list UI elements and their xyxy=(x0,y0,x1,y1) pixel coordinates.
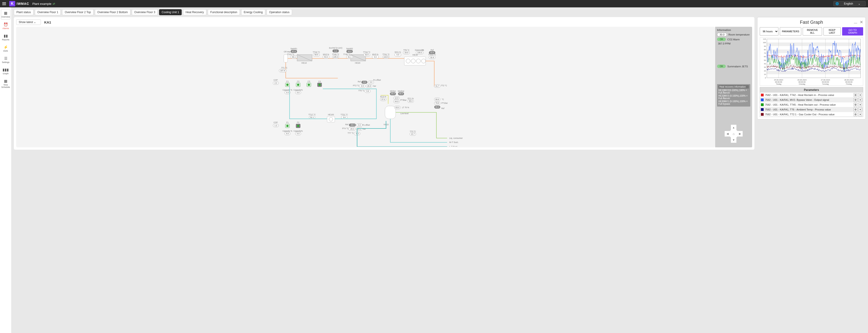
tab-overview-floor-3[interactable]: Overview Floor 3 xyxy=(132,9,158,15)
svg-text:TT5 °C: TT5 °C xyxy=(358,90,365,92)
svg-text:MV2 %: MV2 % xyxy=(323,53,329,56)
svg-text:-8.5: -8.5 xyxy=(361,85,364,87)
svg-text:107.9: 107.9 xyxy=(280,69,285,72)
param-row: 7582 - U01 - KA/FA1, MV2- Bypass Valve -… xyxy=(760,97,863,102)
param-row: 7582 - U01 - KA/FA1, TT42 - Heat Reclaim… xyxy=(760,93,863,97)
dpad-up[interactable]: ▲ xyxy=(731,125,736,130)
tab-energy-cooling[interactable]: Energy Cooling xyxy=(241,9,265,15)
svg-text:00:00:00: 00:00:00 xyxy=(822,81,829,83)
gear-icon[interactable]: ⚙ xyxy=(854,112,857,116)
svg-text:-28.3: -28.3 xyxy=(350,128,354,130)
gear-icon[interactable]: ⚙ xyxy=(854,98,857,102)
svg-text:TT2:1 °C: TT2:1 °C xyxy=(428,54,436,56)
menu-icon[interactable] xyxy=(2,2,6,5)
sidebar-item-settings[interactable]: ☰Settings xyxy=(0,55,11,65)
svg-point-68 xyxy=(286,84,288,86)
svg-text:PT2 °C: PT2 °C xyxy=(353,85,359,87)
nav-dpad: ▲ ▼ ◀ ▶ ⌂ xyxy=(725,125,743,143)
tab-overview-floor-1[interactable]: Overview Floor 1 xyxy=(35,9,61,15)
tab-operation-status[interactable]: Operation status xyxy=(267,9,292,15)
svg-text:35.0: 35.0 xyxy=(391,93,395,95)
gear-icon[interactable]: ⚙ xyxy=(854,103,857,106)
svg-text:TT21 °C: TT21 °C xyxy=(341,113,348,116)
timerange-select[interactable]: 96 hours xyxy=(760,27,778,35)
language-select[interactable]: 🌐 English ⌄ xyxy=(833,1,866,6)
svg-text:105.0: 105.0 xyxy=(333,56,338,58)
tab-plant-status[interactable]: Plant status xyxy=(14,9,33,15)
show-latest-select[interactable]: Show latest ⌄ xyxy=(16,20,41,25)
remove-param-icon[interactable]: ✕ xyxy=(858,108,862,111)
plant-name[interactable]: Plant example ⇄ xyxy=(32,2,55,5)
svg-text:70: 70 xyxy=(764,52,766,54)
summa-label: Summalarm JETS xyxy=(727,65,748,68)
svg-text:3.6: 3.6 xyxy=(343,116,346,119)
svg-text:100.0: 100.0 xyxy=(417,52,422,54)
svg-text:F2: F2 xyxy=(297,121,300,124)
process-diagram[interactable]: Oil-sep. HE10 HE20 xyxy=(16,27,715,147)
tab-overview-floor-2-bottom[interactable]: Overview Floor 2 Bottom xyxy=(95,9,130,15)
svg-text:0.0: 0.0 xyxy=(374,56,377,58)
remove-param-icon[interactable]: ✕ xyxy=(858,93,862,97)
svg-text:MV1 %: MV1 % xyxy=(395,51,401,53)
svg-text:27.06.2024: 27.06.2024 xyxy=(821,79,830,81)
svg-text:TT41 °C: TT41 °C xyxy=(382,53,390,56)
sidebar-item-graph[interactable]: ▮▮▮Graph xyxy=(0,66,11,76)
svg-text:C2: C2 xyxy=(297,80,300,82)
sidebar-item-time[interactable]: ▦Time Schedule xyxy=(0,77,11,90)
tab-heat-recovery[interactable]: Heat Recovery xyxy=(183,9,206,15)
svg-text:00:00:00: 00:00:00 xyxy=(799,81,806,83)
minimize-icon[interactable]: — xyxy=(854,21,857,25)
svg-text:C1: C1 xyxy=(286,80,289,82)
diagram-title: KA1 xyxy=(44,20,51,24)
keep-last-button[interactable]: KEEP LAST xyxy=(824,27,841,35)
remove-all-button[interactable]: REMOVE ALL xyxy=(803,27,822,35)
svg-text:0.0: 0.0 xyxy=(286,91,289,94)
svg-rect-102 xyxy=(385,106,396,119)
dpad-home[interactable]: ⌂ xyxy=(730,130,737,137)
fastgraph-chart[interactable]: 010203040506070809010011025.06.202400:00… xyxy=(760,37,863,86)
sidebar-item-overview[interactable]: ▦Overview xyxy=(1,9,10,20)
svg-text:TT45 °C: TT45 °C xyxy=(332,53,339,56)
remove-param-icon[interactable]: ✕ xyxy=(858,112,862,116)
svg-text:10: 10 xyxy=(764,73,766,75)
svg-text:TT3 °C: TT3 °C xyxy=(410,130,416,133)
svg-point-77 xyxy=(318,84,321,86)
gear-icon[interactable]: ⚙ xyxy=(854,93,857,97)
dpad-down[interactable]: ▼ xyxy=(731,137,736,143)
gear-icon[interactable]: ⚙ xyxy=(854,108,857,111)
param-label: 7582 - U01 - KA/FA1, TT2:1 - Gas Cooler … xyxy=(765,113,835,116)
svg-text:Capacity %: Capacity % xyxy=(283,89,292,91)
svg-text:Ref: Ref xyxy=(431,49,434,51)
svg-text:MV3 %: MV3 % xyxy=(372,53,378,56)
brand-logo[interactable]: K IWMAC xyxy=(9,1,29,6)
close-icon[interactable]: ✕ xyxy=(860,20,863,25)
svg-text:78.8: 78.8 xyxy=(435,102,439,104)
param-label: 7582 - U01 - KA/FA1, TT45 - Heat Reclaim… xyxy=(765,103,836,106)
svg-text:30: 30 xyxy=(764,66,766,68)
svg-text:Minbar: Minbar xyxy=(390,90,396,92)
svg-text:32.9: 32.9 xyxy=(430,56,434,59)
svg-text:SetHR2: SetHR2 xyxy=(346,47,353,50)
svg-text:TT43 °C: TT43 °C xyxy=(287,53,294,56)
tab-cooling-unit-1[interactable]: Cooling Unit 1 xyxy=(159,9,181,15)
dpad-right[interactable]: ▶ xyxy=(737,131,743,136)
alarm-icon: ⏰ xyxy=(0,22,11,27)
parameters-header: Parameters xyxy=(760,88,863,93)
parameters-button[interactable]: PARAMETERS xyxy=(780,27,801,35)
sidebar-item-reports[interactable]: ▮▮Reports xyxy=(0,32,11,42)
go-to-graph-button[interactable]: GO TO GRAPH xyxy=(842,27,863,35)
tab-overview-floor-2-top[interactable]: Overview Floor 2 Top xyxy=(62,9,93,15)
remove-param-icon[interactable]: ✕ xyxy=(858,103,862,106)
dpad-left[interactable]: ◀ xyxy=(725,131,730,136)
svg-text:Fredag: Fredag xyxy=(846,83,852,85)
svg-text:Tisdag: Tisdag xyxy=(776,83,781,85)
svg-text:SetHR1: SetHR1 xyxy=(290,47,297,50)
remove-param-icon[interactable]: ✕ xyxy=(858,98,862,102)
parameters-list: Parameters 7582 - U01 - KA/FA1, TT42 - H… xyxy=(760,87,863,117)
sidebar-item-alarms[interactable]: ⏰Alarms xyxy=(0,21,11,31)
tab-functional-description[interactable]: Functional description xyxy=(208,9,240,15)
sidebar-item-ems[interactable]: ⚡EMS xyxy=(0,43,11,54)
svg-text:66.1: 66.1 xyxy=(292,56,296,58)
svg-text:Capacity%: Capacity% xyxy=(293,130,303,132)
svg-text:Ref: Ref xyxy=(358,80,361,83)
